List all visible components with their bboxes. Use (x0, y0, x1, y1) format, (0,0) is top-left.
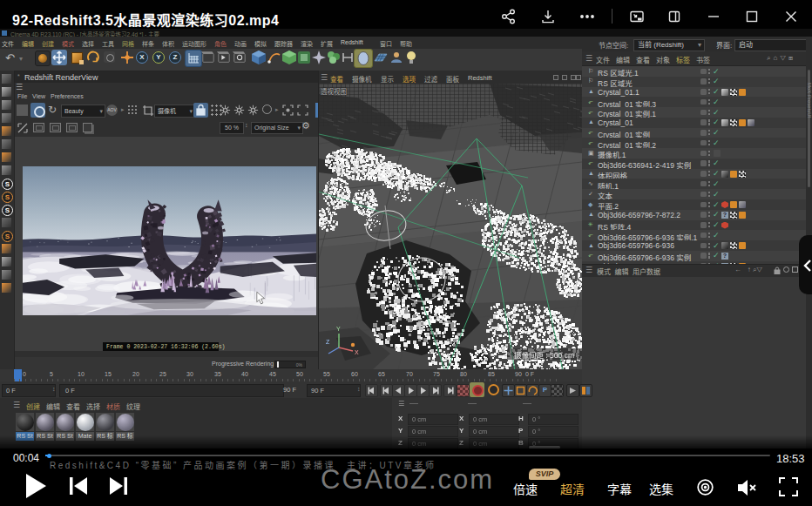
svg-text:Z: Z (326, 339, 330, 345)
svg-text:X: X (355, 349, 359, 355)
svg-text:Y: Y (336, 326, 341, 332)
svg-text:摄像间距 : 500 cm: 摄像间距 : 500 cm (514, 351, 574, 360)
